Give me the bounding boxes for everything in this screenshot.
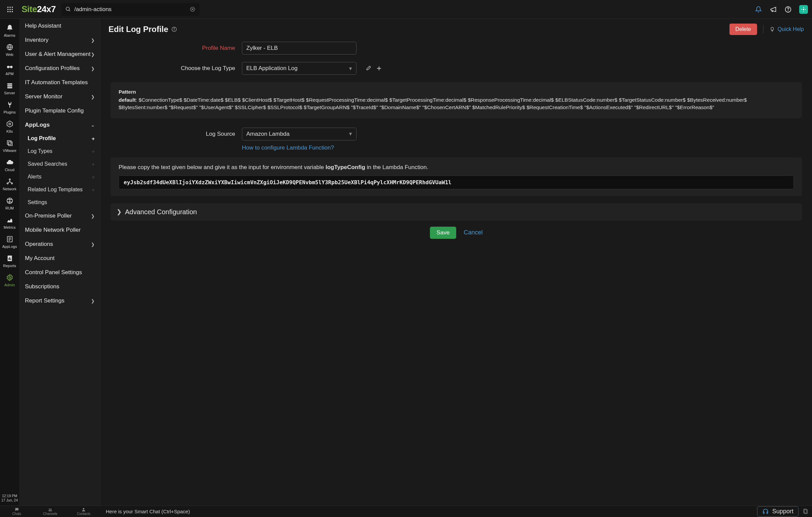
token-box[interactable]: eyJsb2sdf34dUeXBlIjoiYXdzZWxiYXBwIiwicmV… (119, 176, 794, 189)
rail-server[interactable]: Server (0, 79, 19, 98)
topbar-actions (755, 5, 808, 14)
sidebar-sub-log-types[interactable]: Log Types+ (20, 145, 100, 158)
chevron-right-icon: ❯ (91, 298, 95, 303)
binoculars-icon (6, 62, 13, 71)
smart-chat-hint[interactable]: Here is your Smart Chat (Ctrl+Space) (100, 509, 757, 514)
plus-icon[interactable]: + (92, 187, 95, 193)
log-source-label: Log Source (111, 131, 235, 138)
rail-plugins[interactable]: Plugins (0, 98, 19, 117)
sidebar-sub-alerts[interactable]: Alerts+ (20, 171, 100, 183)
svg-point-9 (66, 7, 69, 10)
rail-rum[interactable]: RUM (0, 194, 19, 213)
app-grid-icon[interactable] (4, 3, 16, 16)
add-log-type-icon[interactable] (376, 65, 382, 71)
sidebar-plugin-template[interactable]: Plugin Template Config (20, 104, 100, 118)
support-button[interactable]: Support (757, 506, 799, 517)
log-type-select[interactable]: ELB Application Log ▾ (242, 62, 356, 75)
plus-icon[interactable]: + (92, 136, 95, 142)
copy-instruction-box: Please copy the text given below and giv… (111, 157, 802, 196)
rail-vmware[interactable]: VMware (0, 136, 19, 155)
rail-k8s[interactable]: K8s (0, 117, 19, 136)
rail-web[interactable]: Web (0, 40, 19, 59)
brand-logo[interactable]: Site24x7 (22, 4, 56, 14)
delete-button[interactable]: Delete (729, 24, 757, 35)
rail-admin[interactable]: Admin (0, 270, 19, 290)
search-input[interactable] (75, 6, 190, 13)
svg-marker-24 (7, 121, 12, 127)
advanced-config-toggle[interactable]: ❯ Advanced Configuration (111, 204, 802, 221)
bb-tab-contacts[interactable]: Contacts (67, 507, 100, 516)
sidebar-mobile-poller[interactable]: Mobile Network Poller (20, 223, 100, 237)
info-icon[interactable] (172, 27, 177, 32)
svg-point-8 (12, 11, 13, 12)
user-avatar[interactable] (799, 5, 808, 14)
rail-applogs[interactable]: AppLogs (0, 232, 19, 251)
bell-icon[interactable] (755, 6, 762, 13)
sidebar: Help Assistant Inventory❯ User & Alert M… (20, 19, 100, 506)
chevron-right-icon: ❯ (91, 94, 95, 99)
chevron-right-icon: ❯ (91, 52, 95, 57)
network-icon (6, 177, 13, 186)
sidebar-it-automation[interactable]: IT Automation Templates (20, 75, 100, 90)
sidebar-control-panel[interactable]: Control Panel Settings (20, 265, 100, 279)
clear-search-icon[interactable] (190, 6, 196, 12)
sidebar-onpremise-poller[interactable]: On-Premise Poller❯ (20, 209, 100, 223)
channels-icon (48, 507, 53, 512)
sidebar-sub-settings[interactable]: Settings (20, 196, 100, 209)
caret-down-icon: ▾ (349, 65, 352, 72)
reports-icon (6, 254, 13, 263)
announce-icon[interactable] (770, 6, 777, 13)
lambda-help-link[interactable]: How to configure Lambda Function? (242, 145, 802, 151)
sidebar-operations[interactable]: Operations❯ (20, 237, 100, 251)
left-rail: Alarms Web APM Server Plugins K8s (0, 19, 20, 506)
rail-network[interactable]: Network (0, 175, 19, 194)
sidebar-sub-saved-searches[interactable]: Saved Searches+ (20, 158, 100, 171)
cloud-icon (6, 158, 13, 167)
quick-help-link[interactable]: Quick Help (770, 26, 804, 32)
svg-point-7 (9, 11, 11, 12)
sidebar-applogs[interactable]: AppLogs⌄ (20, 118, 100, 132)
rail-apm[interactable]: APM (0, 59, 19, 79)
plus-icon[interactable]: + (92, 174, 95, 180)
sidebar-inventory[interactable]: Inventory❯ (20, 33, 100, 47)
sidebar-report-settings[interactable]: Report Settings❯ (20, 294, 100, 308)
search-box[interactable] (61, 3, 200, 16)
svg-point-46 (49, 509, 50, 510)
gear-icon (6, 273, 13, 282)
headset-icon (762, 508, 769, 515)
svg-point-40 (9, 276, 11, 278)
bb-tab-channels[interactable]: Channels (33, 507, 67, 516)
page-header: Edit Log Profile Delete Quick Help (100, 19, 812, 38)
svg-rect-21 (7, 84, 12, 85)
rail-reports[interactable]: Reports (0, 251, 19, 270)
svg-point-0 (7, 6, 9, 8)
log-source-select[interactable]: Amazon Lambda ▾ (242, 128, 356, 141)
plus-icon[interactable]: + (92, 149, 95, 154)
pattern-title: Pattern (119, 89, 794, 95)
sidebar-server-monitor[interactable]: Server Monitor❯ (20, 90, 100, 104)
clipboard-icon[interactable] (803, 509, 809, 515)
sidebar-subscriptions[interactable]: Subscriptions (20, 279, 100, 294)
sidebar-my-account[interactable]: My Account (20, 251, 100, 265)
sidebar-sub-log-profile[interactable]: Log Profile+ (20, 132, 100, 145)
chevron-right-icon: ❯ (91, 214, 95, 219)
edit-log-type-icon[interactable] (365, 65, 371, 71)
cancel-link[interactable]: Cancel (464, 229, 483, 236)
bb-tab-chats[interactable]: Chats (0, 507, 33, 516)
plus-icon[interactable]: + (92, 161, 95, 167)
rail-cloud[interactable]: Cloud (0, 155, 19, 175)
svg-rect-39 (10, 258, 11, 260)
rail-alarms[interactable]: Alarms (0, 21, 19, 40)
sidebar-help-assistant[interactable]: Help Assistant (20, 19, 100, 33)
sidebar-sub-related-templates[interactable]: Related Log Templates+ (20, 183, 100, 196)
save-button[interactable]: Save (430, 227, 457, 239)
sidebar-user-alert[interactable]: User & Alert Management❯ (20, 47, 100, 61)
svg-point-3 (7, 9, 9, 10)
sidebar-config-profiles[interactable]: Configuration Profiles❯ (20, 61, 100, 75)
rail-metrics[interactable]: Metrics (0, 213, 19, 232)
page-title: Edit Log Profile (109, 25, 168, 34)
help-icon[interactable] (784, 6, 792, 13)
copy-instruction: Please copy the text given below and giv… (119, 164, 794, 171)
profile-name-input[interactable] (242, 42, 356, 55)
svg-rect-37 (8, 258, 9, 260)
